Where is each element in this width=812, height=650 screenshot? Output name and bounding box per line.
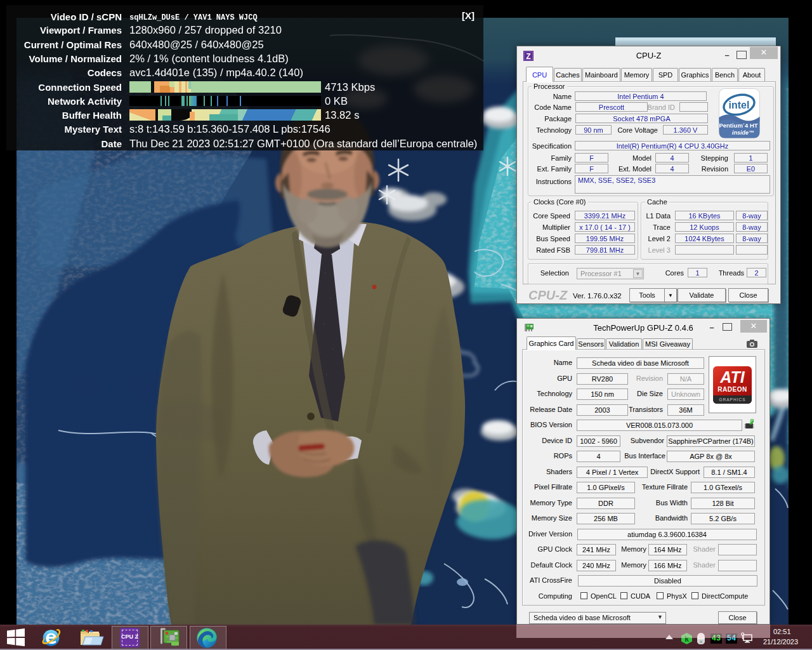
svg-text:Pentium´4 HT: Pentium´4 HT [719, 122, 757, 129]
svg-text:inside™: inside™ [732, 129, 754, 136]
svg-text:intel: intel [729, 100, 750, 110]
svg-text:✕: ✕ [699, 639, 704, 645]
